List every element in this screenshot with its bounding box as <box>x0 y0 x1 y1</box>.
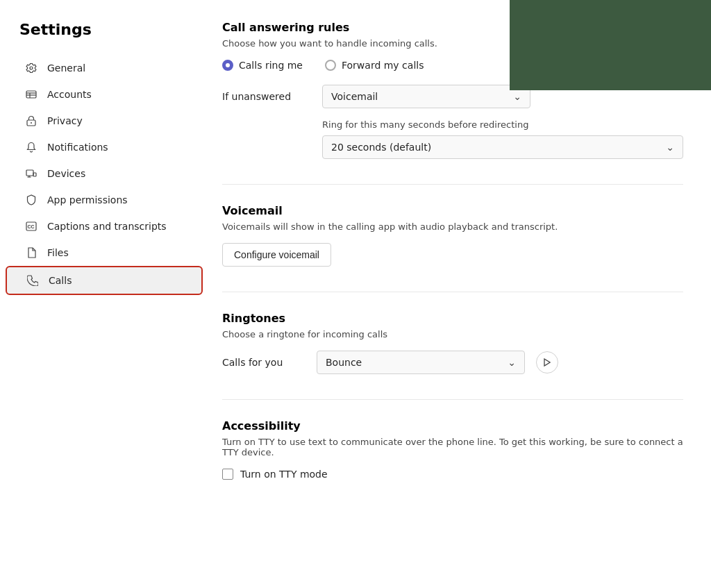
sidebar-item-calls[interactable]: Calls <box>6 266 203 295</box>
play-ringtone-button[interactable] <box>536 351 558 373</box>
sidebar-item-label: Files <box>47 247 69 258</box>
tty-checkbox[interactable] <box>222 469 233 480</box>
accounts-icon <box>25 88 37 101</box>
radio-calls-ring-me[interactable]: Calls ring me <box>222 60 303 71</box>
sidebar-item-privacy[interactable]: Privacy <box>6 108 203 134</box>
if-unanswered-value: Voicemail <box>331 91 378 102</box>
svg-text:CC: CC <box>28 224 35 229</box>
divider-1 <box>222 184 683 185</box>
svg-rect-7 <box>33 173 36 176</box>
sidebar-item-accounts[interactable]: Accounts <box>6 81 203 108</box>
sidebar-item-label: Accounts <box>47 89 92 100</box>
chevron-down-icon: ⌄ <box>513 91 521 102</box>
sidebar-item-label: Privacy <box>47 115 83 126</box>
ringtone-dropdown[interactable]: Bounce ⌄ <box>317 351 525 374</box>
divider-3 <box>222 399 683 400</box>
sidebar-item-captions[interactable]: CC Captions and transcripts <box>6 213 203 240</box>
accessibility-title: Accessibility <box>222 419 683 432</box>
if-unanswered-dropdown[interactable]: Voicemail ⌄ <box>322 85 530 108</box>
sidebar-item-label: Calls <box>49 275 72 286</box>
chevron-down-icon: ⌄ <box>508 357 516 368</box>
radio-circle-ring <box>222 60 233 71</box>
radio-circle-forward <box>325 60 336 71</box>
captions-icon: CC <box>25 220 37 233</box>
gear-icon <box>25 62 37 74</box>
ringtone-value: Bounce <box>326 357 362 368</box>
app-container: Settings General Accounts <box>0 0 711 588</box>
ring-seconds-dropdown[interactable]: 20 seconds (default) ⌄ <box>322 135 683 159</box>
svg-rect-6 <box>26 170 33 176</box>
tty-label: Turn on TTY mode <box>240 469 328 480</box>
tty-checkbox-row[interactable]: Turn on TTY mode <box>222 469 683 480</box>
voicemail-title: Voicemail <box>222 204 683 217</box>
sidebar-item-devices[interactable]: Devices <box>6 160 203 187</box>
sidebar-item-label: Notifications <box>47 142 108 153</box>
settings-title: Settings <box>0 21 208 55</box>
accessibility-section: Accessibility Turn on TTY to use text to… <box>222 419 683 480</box>
sidebar-item-label: Captions and transcripts <box>47 221 167 232</box>
sidebar-item-files[interactable]: Files <box>6 240 203 266</box>
lock-icon <box>25 115 37 127</box>
devices-icon <box>25 167 37 180</box>
radio-label-forward: Forward my calls <box>342 60 424 71</box>
ringtone-row: Calls for you Bounce ⌄ <box>222 351 683 374</box>
sidebar-item-label: General <box>47 62 85 74</box>
ring-seconds-block: Ring for this many seconds before redire… <box>322 119 683 159</box>
sidebar-item-label: Devices <box>47 168 85 179</box>
ring-seconds-label: Ring for this many seconds before redire… <box>322 119 683 130</box>
chevron-down-icon: ⌄ <box>666 142 674 153</box>
svg-rect-0 <box>26 91 36 98</box>
accessibility-desc: Turn on TTY to use text to communicate o… <box>222 437 683 457</box>
configure-voicemail-button[interactable]: Configure voicemail <box>222 243 331 267</box>
green-box-decoration <box>510 0 711 90</box>
sidebar-item-notifications[interactable]: Notifications <box>6 134 203 160</box>
svg-point-5 <box>31 122 32 124</box>
calls-for-you-label: Calls for you <box>222 357 306 368</box>
if-unanswered-label: If unanswered <box>222 91 306 102</box>
ringtones-section: Ringtones Choose a ringtone for incoming… <box>222 312 683 374</box>
sidebar-item-label: App permissions <box>47 194 128 205</box>
radio-label-ring: Calls ring me <box>239 60 303 71</box>
sidebar-item-app-permissions[interactable]: App permissions <box>6 187 203 213</box>
divider-2 <box>222 292 683 292</box>
voicemail-section: Voicemail Voicemails will show in the ca… <box>222 204 683 267</box>
ringtones-desc: Choose a ringtone for incoming calls <box>222 329 683 339</box>
file-icon <box>25 246 37 259</box>
radio-forward-calls[interactable]: Forward my calls <box>325 60 424 71</box>
ringtones-title: Ringtones <box>222 312 683 325</box>
bell-icon <box>25 141 37 153</box>
voicemail-desc: Voicemails will show in the calling app … <box>222 221 683 232</box>
shield-icon <box>25 194 37 206</box>
sidebar-item-general[interactable]: General <box>6 55 203 81</box>
sidebar: Settings General Accounts <box>0 0 208 588</box>
ring-seconds-value: 20 seconds (default) <box>331 142 431 153</box>
phone-icon <box>26 274 39 287</box>
